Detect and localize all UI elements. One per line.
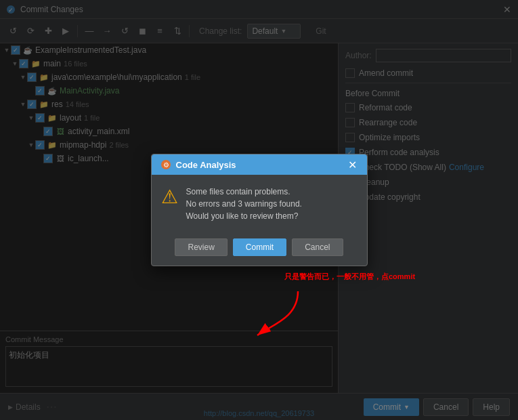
modal-title-bar: ⚙ Code Analysis ✕	[152, 154, 367, 175]
modal-body: ⚠ Some files contain problems. No errors…	[152, 175, 367, 233]
modal-message-line3: Would you like to review them?	[186, 210, 302, 222]
annotation-text: 只是警告而已，一般不用管，点commit	[284, 272, 415, 282]
modal-message-line1: Some files contain problems.	[186, 186, 302, 198]
arrow-svg	[244, 285, 325, 339]
modal-app-icon: ⚙	[160, 159, 172, 171]
modal-overlay: ⚙ Code Analysis ✕ ⚠ Some files contain p…	[0, 0, 518, 420]
modal-close-icon[interactable]: ✕	[347, 159, 359, 171]
review-button[interactable]: Review	[175, 238, 227, 256]
code-analysis-dialog: ⚙ Code Analysis ✕ ⚠ Some files contain p…	[151, 154, 368, 266]
annotation: 只是警告而已，一般不用管，点commit	[244, 272, 415, 339]
modal-message-line2: No errors and 3 warnings found.	[186, 198, 302, 210]
modal-message: Some files contain problems. No errors a…	[186, 186, 302, 222]
svg-text:⚙: ⚙	[163, 161, 169, 169]
modal-title: Code Analysis	[176, 160, 347, 170]
warning-icon: ⚠	[161, 186, 178, 222]
modal-cancel-button[interactable]: Cancel	[292, 238, 343, 256]
modal-commit-button[interactable]: Commit	[233, 238, 286, 256]
modal-footer: Review Commit Cancel	[152, 233, 367, 266]
